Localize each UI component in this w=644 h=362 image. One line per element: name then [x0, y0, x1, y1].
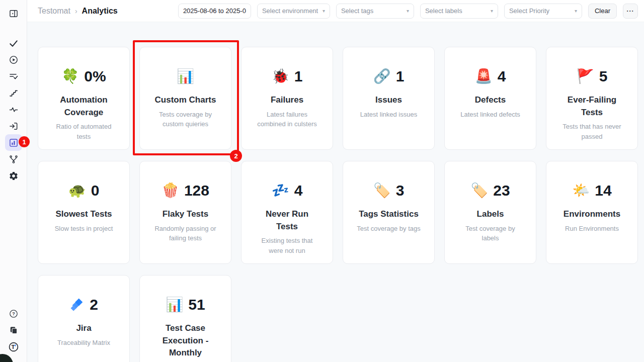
card-description: Tests that has never passed: [546, 122, 637, 141]
breadcrumb-project[interactable]: Testomat: [38, 7, 70, 16]
sidebar-item-play[interactable]: [5, 51, 22, 68]
sidebar-item-check[interactable]: [5, 35, 22, 51]
card-description: Latest linked defects: [445, 110, 536, 120]
card-title: Labels: [445, 208, 536, 221]
card-value: 1: [396, 68, 405, 85]
card-value: 51: [188, 296, 205, 313]
card-value: 1: [294, 68, 303, 85]
card-ever-failing-tests[interactable]: 🚩5 Ever-Failing Tests Tests that has nev…: [546, 47, 638, 150]
bar-chart-emoji-icon: 📊: [177, 69, 194, 83]
labels-select-placeholder: Select labels: [425, 7, 462, 15]
turtle-emoji-icon: 🐢: [68, 184, 86, 198]
date-range-input[interactable]: 2025-08-06 to 2025-0: [178, 4, 251, 19]
card-description: Randomly passing or failing tests: [140, 224, 231, 243]
sidebar-item-list-check[interactable]: [5, 68, 22, 84]
card-description: Existing tests that were not run: [242, 236, 333, 255]
card-labels[interactable]: 🏷️23 Labels Test coverage by labels: [444, 161, 536, 264]
header: Testomat › Analytics 2025-08-06 to 2025-…: [27, 0, 644, 22]
sidebar: ? T: [0, 0, 27, 362]
help-icon: ?: [9, 309, 19, 319]
zzz-emoji-icon: 💤: [272, 184, 289, 198]
sidebar-item-stairs[interactable]: [5, 84, 22, 101]
card-defects[interactable]: 🚨4 Defects Latest linked defects: [444, 47, 536, 150]
breadcrumb-page-title: Analytics: [82, 7, 118, 16]
chevron-down-icon: ▾: [407, 8, 409, 14]
flag-emoji-icon: 🚩: [577, 69, 594, 83]
breadcrumb-separator-icon: ›: [75, 7, 77, 15]
panel-toggle-icon: [9, 9, 19, 19]
card-failures[interactable]: 🐞1 Failures Latest failures combined in …: [241, 47, 333, 150]
card-value: 4: [294, 182, 303, 199]
card-title: Ever-Failing Tests: [546, 94, 637, 119]
card-value: 128: [184, 182, 209, 199]
card-value: 3: [396, 182, 405, 199]
card-value: 0%: [84, 68, 106, 85]
branch-icon: [9, 154, 19, 164]
card-description: Tests coverage by custom quieries: [140, 110, 231, 129]
card-slowest-tests[interactable]: 🐢0 Slowest Tests Slow tests in project: [38, 161, 130, 264]
card-never-run-tests[interactable]: 💤4 Never Run Tests Existing tests that w…: [241, 161, 333, 264]
card-jira[interactable]: 2 Jira Traceability Matrix: [38, 275, 130, 362]
card-custom-charts[interactable]: 📊 Custom Charts Tests coverage by custom…: [139, 47, 231, 150]
play-circle-icon: [9, 55, 19, 65]
card-title: Test Case Execution - Monthly: [140, 322, 231, 359]
more-options-button[interactable]: ···: [623, 4, 638, 19]
card-value: 4: [498, 68, 506, 85]
card-title: Never Run Tests: [242, 208, 333, 233]
link-emoji-icon: 🔗: [373, 69, 391, 83]
breadcrumb: Testomat › Analytics: [38, 7, 118, 16]
sidebar-item-logo[interactable]: T: [5, 338, 22, 355]
card-title: Failures: [242, 94, 333, 107]
card-automation-coverage[interactable]: 🍀0% Automation Coverage Ratio of automat…: [38, 47, 130, 150]
card-title: Defects: [445, 94, 536, 107]
popcorn-emoji-icon: 🍿: [162, 184, 179, 198]
sidebar-item-panel-toggle[interactable]: [5, 5, 22, 22]
testomat-logo-icon: T: [8, 341, 19, 352]
stairs-icon: [9, 88, 19, 98]
filter-bar: 2025-08-06 to 2025-0 Select environment …: [178, 4, 638, 19]
sidebar-item-sign-in[interactable]: [5, 118, 22, 134]
tags-select[interactable]: Select tags ▾: [336, 4, 414, 19]
siren-emoji-icon: 🚨: [475, 69, 493, 83]
labels-select[interactable]: Select labels ▾: [420, 4, 498, 19]
card-title: Custom Charts: [140, 94, 231, 107]
sidebar-item-copy[interactable]: [5, 322, 22, 338]
environment-select[interactable]: Select environment ▾: [257, 4, 330, 19]
card-flaky-tests[interactable]: 🍿128 Flaky Tests Randomly passing or fai…: [139, 161, 231, 264]
tags-select-placeholder: Select tags: [341, 7, 373, 15]
card-step-badge: 2: [230, 150, 242, 162]
sidebar-item-help[interactable]: ?: [5, 305, 22, 322]
pulse-icon: [9, 105, 19, 115]
sidebar-step-badge: 1: [19, 136, 30, 147]
card-description: Slow tests in project: [38, 224, 129, 234]
card-description: Run Environments: [546, 224, 637, 234]
clear-button[interactable]: Clear: [588, 4, 617, 19]
sidebar-item-settings[interactable]: [5, 167, 22, 184]
svg-text:?: ?: [12, 311, 15, 316]
environment-select-placeholder: Select environment: [262, 7, 318, 15]
card-tags-statistics[interactable]: 🏷️3 Tags Statistics Test coverage by tag…: [343, 161, 435, 264]
chevron-down-icon: ▾: [491, 8, 493, 14]
card-description: Latest linked issues: [343, 110, 434, 120]
card-value: 23: [493, 182, 510, 199]
card-title: Slowest Tests: [38, 208, 129, 221]
card-title: Jira: [38, 322, 129, 335]
card-value: 2: [90, 296, 98, 313]
jira-logo-icon: [69, 297, 85, 312]
sidebar-item-pulse[interactable]: [5, 101, 22, 118]
label-emoji-icon: 🏷️: [470, 184, 488, 198]
priority-select[interactable]: Select Priority ▾: [504, 4, 582, 19]
sidebar-item-branch[interactable]: [5, 151, 22, 167]
card-value: 14: [595, 182, 611, 199]
list-check-icon: [9, 71, 19, 81]
card-environments[interactable]: 🌤️14 Environments Run Environments: [546, 161, 638, 264]
card-description: Traceability Matrix: [38, 338, 129, 348]
card-test-case-execution-monthly[interactable]: 📊51 Test Case Execution - Monthly: [139, 275, 231, 362]
card-issues[interactable]: 🔗1 Issues Latest linked issues: [343, 47, 435, 150]
card-value: 0: [91, 182, 100, 199]
card-description: Test coverage by tags: [343, 224, 434, 234]
sun-cloud-emoji-icon: 🌤️: [572, 184, 590, 198]
bar-chart-icon: [9, 138, 19, 148]
card-title: Issues: [343, 94, 434, 107]
bar-chart-emoji-icon: 📊: [166, 298, 183, 312]
